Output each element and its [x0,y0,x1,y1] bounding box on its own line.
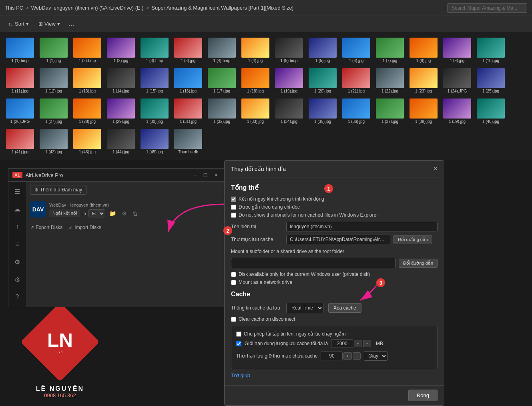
help-link[interactable]: Trợ giúp [231,372,250,378]
breadcrumb-part3[interactable]: Super Amazing & Magnificent Wallpapers [… [151,5,293,11]
check1-input[interactable] [231,197,236,202]
file-item[interactable]: Thumbs.db [172,127,204,156]
file-item[interactable]: 1 (10).jpg [475,36,507,65]
file-item[interactable]: 1 (16).jpg [172,66,204,95]
file-item[interactable]: 1 (12).jpg [38,66,70,95]
file-item[interactable]: 1 (37).jpg [374,97,406,126]
gear-icon-button[interactable]: ⚙ [120,209,128,217]
nav-upload-icon[interactable]: ↑ [11,220,24,233]
file-item[interactable]: 1 (22).jpg [374,66,406,95]
cache-time-increment[interactable]: + [343,352,351,360]
file-item[interactable]: 1 (20).jpg [307,66,339,95]
file-item[interactable]: 1 (6).jpg [340,36,372,65]
file-item[interactable]: 1 (39).jpg [441,97,473,126]
file-item[interactable]: 1 (18).jpg [239,66,271,95]
inner-check2-input[interactable] [236,341,241,346]
delete-icon-button[interactable]: 🗑 [131,209,140,217]
import-disks-button[interactable]: ↙ Import Disks [69,225,101,230]
export-disks-button[interactable]: ↗ Export Disks [30,225,62,230]
cache-time-decrement[interactable]: − [353,352,361,360]
nav-menu-icon[interactable]: ☰ [11,185,24,198]
file-item[interactable]: 1 (3).jpg [172,36,204,65]
file-item[interactable]: 1 (9).jpg [441,36,473,65]
file-item[interactable]: 1 (4).jpg [239,36,271,65]
close-panel-button[interactable]: × [212,171,220,179]
file-item[interactable]: 1 (35).jpg [307,97,339,126]
file-item[interactable]: 1 (4).bmp [206,36,238,65]
view-button[interactable]: ⊞ View ▾ [35,19,63,28]
sort-button[interactable]: ↑↓ Sort ▾ [5,19,32,28]
file-item[interactable]: 1 (14).jpg [105,66,137,95]
inner-check1-label[interactable]: Cho phép tải tập tin lên, ngay cả lúc ch… [244,331,345,337]
maximize-button[interactable]: □ [201,171,209,179]
subfolder-input[interactable] [231,258,395,268]
file-item[interactable]: 1 (45).jpg [139,127,171,156]
file-item[interactable]: 1 (30).jpg [139,97,171,126]
cache-time-input[interactable] [321,352,343,360]
file-item[interactable]: 1 (24).JPG [441,66,473,95]
cache-type-select[interactable]: Real Time Standard Offline [286,303,323,313]
cache-dir-input[interactable] [286,235,390,244]
file-item[interactable]: 1 (1).jpg [38,36,70,65]
check2-label[interactable]: Được gắn theo dạng chỉ-đọc [239,204,300,210]
inner-check2-label[interactable]: Giới hạn dung lượnglưu cache tối đa là [245,341,328,346]
nav-list-icon[interactable]: ≡ [11,238,24,251]
cache-size-input[interactable] [331,339,353,348]
file-item[interactable]: 1 (13).jpg [71,66,103,95]
dialog-close-button[interactable]: × [433,165,438,173]
file-item[interactable]: 1 (5).bmp [273,36,305,65]
file-item[interactable]: 1 (29).jpg [105,97,137,126]
check5-label[interactable]: Mount as a network drive [239,279,292,285]
search-input[interactable] [447,3,527,13]
display-name-input[interactable] [286,222,438,231]
check5-input[interactable] [231,280,236,285]
drive-letter-select[interactable]: E: F: G: H: [88,209,105,217]
change-subfolder-button[interactable]: Đổi đường dẫn [399,259,438,268]
nav-cloud-icon[interactable]: ☁ [11,203,24,215]
file-item[interactable]: 1 (7).jpg [374,36,406,65]
check6-label[interactable]: Clear cache on disconnect [239,316,295,322]
inner-check1-input[interactable] [236,332,241,337]
check6-input[interactable] [231,317,236,322]
file-item[interactable]: 1 (2).jpg [105,36,137,65]
cache-size-decrement[interactable]: − [363,340,371,347]
check2-input[interactable] [231,205,236,210]
cache-size-increment[interactable]: + [354,340,362,347]
disconnect-button[interactable]: Ngắt kết nối [49,209,80,217]
file-item[interactable]: 1 (17).jpg [206,66,238,95]
file-item[interactable]: 1 (34).jpg [273,97,305,126]
file-item[interactable]: 1 (36).jpg [340,97,372,126]
close-dialog-button[interactable]: Đóng [408,390,438,401]
breadcrumb-part2[interactable]: WebDav lenguyen (ithcm.vn) (\\AirLiveDri… [31,5,144,11]
file-item[interactable]: 1 (44).jpg [105,127,137,156]
nav-help-icon[interactable]: ? [11,291,24,303]
file-item[interactable]: 1 (38).jpg [408,97,440,126]
file-item[interactable]: 1 (15).jpg [139,66,171,95]
file-item[interactable]: 1 (43).jpg [71,127,103,156]
file-item[interactable]: 1 (28).jpg [71,97,103,126]
file-item[interactable]: 1 (33).jpg [239,97,271,126]
file-item[interactable]: 1 (8).jpg [408,36,440,65]
file-item[interactable]: 1 (23).jpg [408,66,440,95]
file-item[interactable]: 1 (19).jpg [273,66,305,95]
check4-input[interactable] [231,272,236,277]
file-item[interactable]: 1 (26).JPG [4,97,36,126]
file-item[interactable]: 1 (41).jpg [4,127,36,156]
change-cache-dir-button[interactable]: Đổi đường dẫn [393,235,432,244]
file-item[interactable]: 1 (21).jpg [340,66,372,95]
file-item[interactable]: 1 (25).jpg [475,66,507,95]
file-item[interactable]: 1 (27).jpg [38,97,70,126]
check4-label[interactable]: Disk available only for the current Wind… [239,271,370,277]
file-item[interactable]: 1 (1).bmp [4,36,36,65]
file-item[interactable]: 1 (5).jpg [307,36,339,65]
add-cloud-button[interactable]: ⊕ Thêm đĩa Đám mây [30,185,86,195]
breadcrumb-part1[interactable]: This PC [5,5,23,11]
folder-icon-button[interactable]: 📁 [108,209,118,217]
file-item[interactable]: 1 (2).bmp [71,36,103,65]
file-item[interactable]: 1 (11).jpg [4,66,36,95]
file-item[interactable]: 1 (40).jpg [475,97,507,126]
clear-cache-button[interactable]: Xóa cache [328,303,361,313]
file-item[interactable]: 1 (42).jpg [38,127,70,156]
time-unit-select[interactable]: Giây Phút Giờ [364,351,387,361]
check3-label[interactable]: Do not show thumbnails for non cached fi… [239,212,378,218]
